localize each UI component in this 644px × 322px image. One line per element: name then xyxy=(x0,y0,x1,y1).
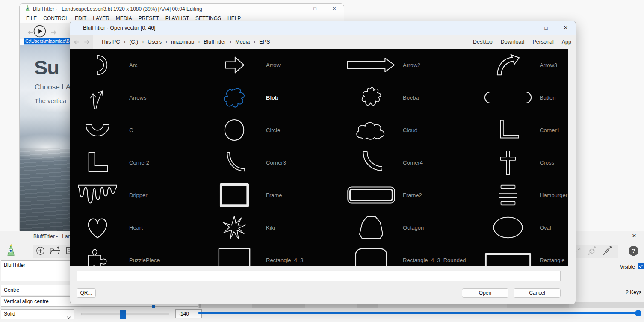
check-icon xyxy=(638,264,643,269)
play-button[interactable] xyxy=(33,25,46,39)
shape-item-corner4[interactable]: Corner4 xyxy=(344,146,481,179)
breadcrumb-item-users[interactable]: Users xyxy=(148,39,162,45)
dialog-window-controls: — □ ✕ xyxy=(517,21,576,35)
line-tool-icon[interactable] xyxy=(602,246,612,257)
menu-item-control[interactable]: CONTROL xyxy=(43,15,68,21)
shape-label: Rectangle_4_3 xyxy=(266,257,303,263)
breadcrumb-separator: › xyxy=(198,39,200,45)
keys-count-label: 2 Keys xyxy=(626,290,641,295)
bottom-panel-close-button[interactable]: ✕ xyxy=(630,233,638,239)
vector-browser: ArcArrowArrow2Arrow3ArrowsBlobBoebaButto… xyxy=(70,49,568,266)
cancel-button[interactable]: Cancel xyxy=(514,288,561,298)
shape-label: Arrow3 xyxy=(540,62,557,68)
cross-shape-icon xyxy=(481,146,535,179)
breadcrumb-item-this-pc[interactable]: This PC xyxy=(101,39,120,45)
breadcrumb-separator: › xyxy=(230,39,231,45)
minimize-button[interactable]: — xyxy=(286,4,305,14)
button-shape-icon xyxy=(481,81,535,114)
quick-link-personal[interactable]: Personal xyxy=(532,39,553,45)
shape-item-arrow[interactable]: Arrow xyxy=(207,49,344,81)
breadcrumb-separator: › xyxy=(165,39,167,45)
quick-link-download[interactable]: Download xyxy=(501,39,525,45)
shape-item-corner3[interactable]: Corner3 xyxy=(207,146,344,179)
maximize-button[interactable]: □ xyxy=(305,4,325,14)
dialog-maximize-button[interactable]: □ xyxy=(536,21,556,35)
shape-label: Frame2 xyxy=(403,192,422,198)
arrows-shape-icon xyxy=(70,81,125,114)
quick-link-desktop[interactable]: Desktop xyxy=(473,39,493,45)
add-layer-icon[interactable] xyxy=(36,246,45,257)
main-titlebar: BluffTitler - _LandscapeLesson3.bt 1920 … xyxy=(20,4,344,14)
shape-label: Blob xyxy=(266,95,278,101)
visible-checkbox[interactable] xyxy=(638,263,644,269)
style-dropdown[interactable]: Solid xyxy=(1,309,74,319)
shape-item-dripper[interactable]: Dripper xyxy=(70,179,207,211)
shape-item-arrow3[interactable]: Arrow3 xyxy=(481,49,568,81)
shape-label: Oval xyxy=(540,225,551,231)
shape-label: Heart xyxy=(129,225,143,231)
main-window-title: BluffTitler - _LandscapeLesson3.bt 1920 … xyxy=(33,6,202,12)
close-button[interactable]: ✕ xyxy=(325,4,344,14)
shape-grid: ArcArrowArrow2Arrow3ArrowsBlobBoebaButto… xyxy=(70,49,568,266)
shape-item-cross[interactable]: Cross xyxy=(481,146,568,179)
shape-item-arc[interactable]: Arc xyxy=(70,49,207,81)
shape-item-blob[interactable]: Blob xyxy=(207,81,344,114)
blufftitler-logo-icon xyxy=(25,5,30,13)
shape-label: Corner1 xyxy=(540,127,560,133)
shape-item-button[interactable]: Button xyxy=(481,81,568,114)
kiki-shape-icon xyxy=(207,211,262,244)
style-dropdown-value: Solid xyxy=(4,311,15,317)
open-button[interactable]: Open xyxy=(462,288,508,298)
shape-item-arrow2[interactable]: Arrow2 xyxy=(344,49,481,81)
open-media-icon[interactable] xyxy=(50,246,61,257)
dialog-titlebar: BluffTitler - Open vector [0, 46] — □ ✕ xyxy=(70,21,576,35)
help-button[interactable]: ? xyxy=(629,246,638,256)
shape-item-corner2[interactable]: Corner2 xyxy=(70,146,207,179)
shape-item-frame2[interactable]: Frame2 xyxy=(344,179,481,211)
shape-item-corner1[interactable]: Corner1 xyxy=(481,114,568,146)
shape-item-rectangle_4_3_rounded[interactable]: Rectangle_4_3_Rounded xyxy=(344,244,481,266)
cube-transform-icon[interactable] xyxy=(587,246,596,257)
timeline-track[interactable] xyxy=(198,312,640,314)
timeline-playhead[interactable] xyxy=(635,310,641,316)
shape-item-arrows[interactable]: Arrows xyxy=(70,81,207,114)
breadcrumb-item-blufftitler[interactable]: BluffTitler xyxy=(204,39,226,45)
filename-input[interactable] xyxy=(77,271,561,281)
shape-item-octagon[interactable]: Octagon xyxy=(344,211,481,244)
shape-item-cloud[interactable]: Cloud xyxy=(344,114,481,146)
breadcrumb-item-c[interactable]: (C:) xyxy=(129,39,138,45)
dialog-close-button[interactable]: ✕ xyxy=(556,21,576,35)
shape-item-rectangle_4_3[interactable]: Rectangle_4_3 xyxy=(207,244,344,266)
dialog-minimize-button[interactable]: — xyxy=(517,21,536,35)
transform-toolbar-right xyxy=(569,245,618,258)
bottom-strip xyxy=(0,319,644,322)
hamburger-shape-icon xyxy=(481,179,535,211)
shape-item-c[interactable]: C xyxy=(70,114,207,146)
breadcrumb-item-miaomiao[interactable]: miaomiao xyxy=(171,39,194,45)
shape-item-rectangle_16_9[interactable]: Rectangle_16_9 xyxy=(481,244,568,266)
arrow3-shape-icon xyxy=(481,49,535,81)
nav-forward-icon[interactable] xyxy=(84,38,89,46)
shape-item-puzzlepiece[interactable]: PuzzlePiece xyxy=(70,244,207,266)
shape-item-kiki[interactable]: Kiki xyxy=(207,211,344,244)
quick-link-app[interactable]: App xyxy=(562,39,571,45)
forward-arrow-icon[interactable] xyxy=(50,29,56,36)
shape-item-hamburger[interactable]: Hamburger xyxy=(481,179,568,211)
position-slider-handle[interactable] xyxy=(120,310,126,319)
frame-shape-icon xyxy=(207,179,262,211)
menu-item-file[interactable]: FILE xyxy=(26,15,37,21)
qr-button[interactable]: QR... xyxy=(77,288,96,298)
shape-item-heart[interactable]: Heart xyxy=(70,211,207,244)
nav-back-icon[interactable] xyxy=(74,38,80,46)
breadcrumb: This PC›(C:)›Users›miaomiao›BluffTitler›… xyxy=(101,39,270,45)
shape-item-frame[interactable]: Frame xyxy=(207,179,344,211)
back-arrow-icon[interactable] xyxy=(28,29,34,36)
breadcrumb-item-eps[interactable]: EPS xyxy=(259,39,270,45)
nav-arrows xyxy=(70,35,93,49)
shape-item-boeba[interactable]: Boeba xyxy=(344,81,481,114)
breadcrumb-item-media[interactable]: Media xyxy=(235,39,250,45)
shape-item-oval[interactable]: Oval xyxy=(481,211,568,244)
shape-label: Rectangle_16_9 xyxy=(540,257,568,263)
shape-item-circle[interactable]: Circle xyxy=(207,114,344,146)
boeba-shape-icon xyxy=(344,81,399,114)
